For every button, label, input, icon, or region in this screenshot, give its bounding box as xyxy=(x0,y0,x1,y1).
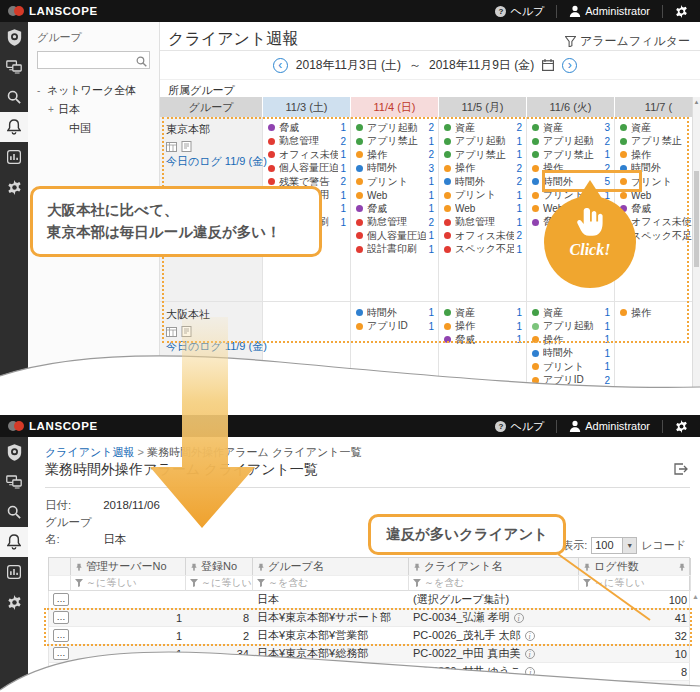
info-icon[interactable]: i xyxy=(525,649,535,659)
alarm-item[interactable]: アプリ禁止1 xyxy=(356,135,434,149)
rail-item-devices[interactable] xyxy=(0,467,28,497)
filter-cell[interactable]: ～に等しい xyxy=(186,575,253,591)
alarm-item[interactable]: 脅威1 xyxy=(356,202,434,216)
filter-cell[interactable]: ～に等しい xyxy=(71,575,186,591)
alarm-item[interactable]: アプリ禁止1 xyxy=(444,148,522,162)
alarm-item[interactable]: Web1 xyxy=(356,189,434,203)
row-actions-button[interactable]: … xyxy=(53,683,69,692)
export-icon[interactable] xyxy=(674,463,688,475)
alarm-item[interactable]: 資産 xyxy=(620,121,698,135)
help-button[interactable]: ?ヘルプ xyxy=(491,4,548,19)
tree-item[interactable]: -ネットワーク全体 xyxy=(37,81,150,100)
alarm-item[interactable]: 勤怠管理2 xyxy=(356,216,434,230)
settings-button[interactable] xyxy=(671,420,692,433)
group-search-input[interactable] xyxy=(37,51,150,69)
alarm-item[interactable]: プリント1 xyxy=(444,189,522,203)
alarm-item[interactable]: 資産2 xyxy=(444,121,522,135)
info-icon[interactable]: i xyxy=(525,631,535,641)
alarm-item[interactable]: 個人容量圧迫1 xyxy=(356,229,434,243)
filter-cell[interactable]: ～を含む xyxy=(409,575,579,591)
rail-item-gear[interactable] xyxy=(0,587,28,617)
alarm-item[interactable]: 勤怠管理2 xyxy=(268,135,346,149)
rail-item-bell[interactable] xyxy=(0,527,28,557)
info-icon[interactable]: i xyxy=(525,667,535,677)
alarm-item[interactable]: 時間外1 xyxy=(532,347,610,361)
alarm-item[interactable]: アプリID2 xyxy=(532,374,610,388)
alarm-item[interactable]: 資産1 xyxy=(532,306,610,320)
alarm-item[interactable]: 操作2 xyxy=(444,162,522,176)
alarm-item[interactable]: アプリ禁止 xyxy=(620,135,698,149)
rail-item-chart[interactable] xyxy=(0,557,28,587)
calendar-icon[interactable] xyxy=(542,59,554,71)
rail-item-bell[interactable] xyxy=(0,112,28,142)
alarm-item[interactable]: 脅威 xyxy=(620,202,698,216)
dropdown-arrow-icon[interactable]: ▼ xyxy=(622,538,636,553)
tree-item[interactable]: 中国 xyxy=(37,119,150,138)
scroll-up-icon[interactable]: ▲ xyxy=(692,593,699,600)
alarm-item[interactable]: 個人容量圧迫1 xyxy=(268,162,346,176)
alarm-item[interactable]: 脅威1 xyxy=(444,333,522,347)
vertical-scrollbar[interactable]: ▲ xyxy=(692,97,700,415)
user-menu[interactable]: Administrator xyxy=(565,5,654,17)
alarm-item[interactable]: 資産1 xyxy=(444,306,522,320)
scroll-up-icon[interactable]: ▲ xyxy=(693,99,700,105)
alarm-item[interactable]: 資産3 xyxy=(532,121,610,135)
alarm-item[interactable]: アプリ起動1 xyxy=(532,320,610,334)
alarm-item[interactable]: 時間外2 xyxy=(444,175,522,189)
row-actions-button[interactable]: … xyxy=(53,593,69,606)
today-log-link[interactable]: 今日のログ 11/9 (金) xyxy=(166,339,256,354)
alarm-item[interactable]: オフィス未使用1 xyxy=(268,148,346,162)
mini-calendar-icon[interactable] xyxy=(166,326,177,337)
rail-item-scan-shield[interactable] xyxy=(0,437,28,467)
row-actions-button[interactable]: … xyxy=(53,629,69,642)
records-select[interactable]: 100 ▼ xyxy=(591,537,637,554)
alarm-item[interactable]: 勤怠管理1 xyxy=(444,216,522,230)
alarm-item[interactable]: 操作1 xyxy=(444,320,522,334)
alarm-item[interactable]: オフィス未使用2 xyxy=(444,229,522,243)
prev-week-button[interactable]: ‹ xyxy=(273,58,288,73)
alarm-item[interactable]: 操作1 xyxy=(532,333,610,347)
settings-button[interactable] xyxy=(671,5,692,18)
client-row[interactable]: …PC-0008_佐藤 隆i7 xyxy=(48,681,690,692)
client-row[interactable]: …日本(選択グループ集計)100 xyxy=(48,591,690,609)
row-actions-button[interactable]: … xyxy=(53,665,69,678)
breadcrumb-link[interactable]: クライアント週報 xyxy=(45,446,135,458)
client-row[interactable]: …134日本¥東京本部¥総務部PC-0022_中田 真由美i10 xyxy=(48,645,690,663)
rail-item-gear[interactable] xyxy=(0,172,28,202)
alarm-item[interactable]: スペック不足1 xyxy=(444,243,522,257)
alarm-item[interactable]: 時間外1 xyxy=(356,306,434,320)
row-actions-button[interactable]: … xyxy=(53,611,69,624)
alarm-filter-button[interactable]: アラームフィルター xyxy=(565,33,690,50)
row-actions-button[interactable]: … xyxy=(53,647,69,660)
help-button[interactable]: ?ヘルプ xyxy=(491,419,548,434)
filter-cell[interactable]: ～に等しい xyxy=(579,575,691,591)
user-menu[interactable]: Administrator xyxy=(565,420,654,432)
alarm-item[interactable]: アプリ禁止1 xyxy=(532,148,610,162)
rail-item-search[interactable] xyxy=(0,497,28,527)
client-row[interactable]: …12日本¥東京本部¥営業部PC-0026_茂礼手 太郎i32 xyxy=(48,627,690,645)
info-icon[interactable]: i xyxy=(514,613,524,623)
alarm-item[interactable]: アプリ起動2 xyxy=(532,135,610,149)
rail-item-search[interactable] xyxy=(0,82,28,112)
alarm-item[interactable]: 操作 xyxy=(620,306,698,320)
alarm-item[interactable]: アプリID1 xyxy=(356,320,434,334)
alarm-item[interactable]: 設計書印刷1 xyxy=(356,243,434,257)
rail-item-scan-shield[interactable] xyxy=(0,22,28,52)
alarm-item[interactable]: Web1 xyxy=(444,202,522,216)
alarm-item[interactable]: 脅威1 xyxy=(268,121,346,135)
alarm-item[interactable]: アプリ起動1 xyxy=(444,135,522,149)
alarm-item[interactable]: 時間外3 xyxy=(356,162,434,176)
alarm-item[interactable]: 操作 xyxy=(620,148,698,162)
client-row[interactable]: …18日本¥東京本部¥サポート部PC-0034_弘瀬 孝明i41 xyxy=(48,609,690,627)
mini-report-icon[interactable] xyxy=(181,141,192,152)
alarm-item[interactable]: アプリ起動2 xyxy=(356,121,434,135)
next-week-button[interactable]: › xyxy=(562,58,577,73)
tree-item[interactable]: +日本 xyxy=(37,100,150,119)
filter-cell[interactable]: ～を含む xyxy=(253,575,409,591)
mini-report-icon[interactable] xyxy=(181,326,192,337)
info-icon[interactable]: i xyxy=(503,685,513,692)
alarm-item[interactable]: 操作2 xyxy=(356,148,434,162)
today-log-link[interactable]: 今日のログ 11/9 (金) xyxy=(166,154,256,169)
mini-calendar-icon[interactable] xyxy=(166,141,177,152)
alarm-item[interactable]: プリント1 xyxy=(532,360,610,374)
